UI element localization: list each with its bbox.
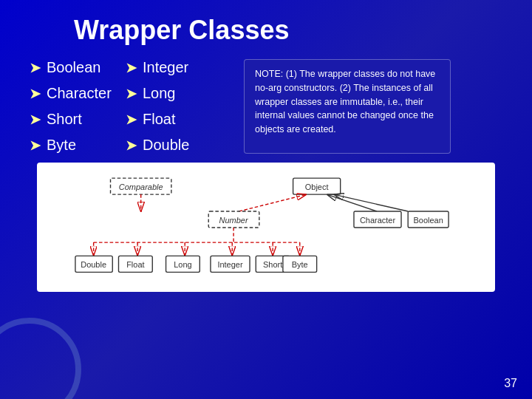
bullet-columns: ➤ Boolean ➤ Character ➤ Short ➤ Byte bbox=[30, 59, 236, 154]
arrow-icon-8: ➤ bbox=[126, 137, 137, 154]
svg-text:Number: Number bbox=[219, 216, 249, 225]
note-box: NOTE: (1) The wrapper classes do not hav… bbox=[244, 59, 451, 154]
bullet-integer: ➤ Integer bbox=[126, 59, 222, 76]
bullet-float-text: Float bbox=[143, 111, 175, 128]
svg-text:Float: Float bbox=[126, 260, 144, 269]
svg-text:Boolean: Boolean bbox=[414, 216, 443, 225]
class-diagram: Comparable Object Number Character Boole… bbox=[43, 168, 489, 286]
content-area: ➤ Boolean ➤ Character ➤ Short ➤ Byte bbox=[30, 59, 502, 154]
svg-text:Long: Long bbox=[174, 260, 191, 269]
svg-text:Short: Short bbox=[263, 260, 282, 269]
page-number: 37 bbox=[504, 377, 517, 390]
slide-title: Wrapper Classes bbox=[74, 15, 502, 46]
svg-line-7 bbox=[239, 194, 307, 211]
arrow-icon-5: ➤ bbox=[126, 60, 137, 76]
bullet-col-left: ➤ Boolean ➤ Character ➤ Short ➤ Byte bbox=[30, 59, 126, 154]
svg-text:Integer: Integer bbox=[217, 260, 242, 269]
arrow-icon-2: ➤ bbox=[30, 86, 41, 102]
note-text: NOTE: (1) The wrapper classes do not hav… bbox=[255, 69, 435, 134]
bullet-double: ➤ Double bbox=[126, 137, 222, 154]
diagram-container: Comparable Object Number Character Boole… bbox=[37, 163, 495, 292]
bullet-integer-text: Integer bbox=[143, 59, 188, 76]
bullet-boolean-text: Boolean bbox=[47, 59, 100, 76]
slide: Wrapper Classes ➤ Boolean ➤ Character ➤ … bbox=[0, 0, 532, 399]
arrow-icon-1: ➤ bbox=[30, 60, 41, 76]
bullet-character: ➤ Character bbox=[30, 85, 126, 102]
arrow-icon-7: ➤ bbox=[126, 112, 137, 128]
svg-text:Byte: Byte bbox=[292, 260, 308, 269]
arrow-icon-3: ➤ bbox=[30, 112, 41, 128]
arrow-icon-4: ➤ bbox=[30, 137, 41, 154]
arrow-icon-6: ➤ bbox=[126, 86, 137, 102]
bullet-double-text: Double bbox=[143, 137, 189, 154]
bullet-long-text: Long bbox=[143, 85, 176, 102]
svg-text:Comparable: Comparable bbox=[119, 183, 163, 191]
bullet-long: ➤ Long bbox=[126, 85, 222, 102]
bullet-short: ➤ Short bbox=[30, 111, 126, 128]
svg-text:Double: Double bbox=[81, 260, 106, 269]
bullet-byte-text: Byte bbox=[47, 137, 76, 154]
bullet-col-right: ➤ Integer ➤ Long ➤ Float ➤ Double bbox=[126, 59, 222, 154]
bullet-float: ➤ Float bbox=[126, 111, 222, 128]
bullet-short-text: Short bbox=[47, 111, 82, 128]
bullet-boolean: ➤ Boolean bbox=[30, 59, 126, 76]
bullet-byte: ➤ Byte bbox=[30, 137, 126, 154]
svg-text:Character: Character bbox=[360, 216, 396, 225]
decorative-circle bbox=[0, 318, 81, 399]
svg-text:Object: Object bbox=[305, 183, 329, 191]
bullet-character-text: Character bbox=[47, 85, 112, 102]
